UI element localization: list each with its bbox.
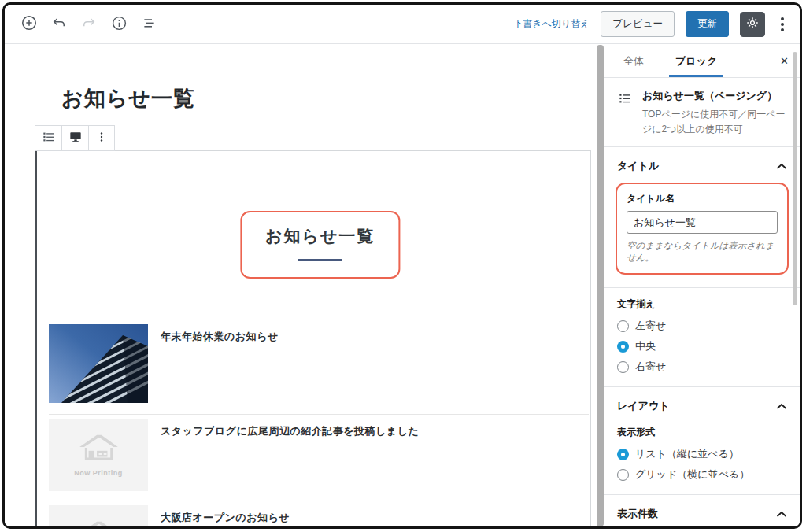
news-item[interactable]: Now Printing スタッフブログに広尾周辺の紹介記事を投稿しました	[49, 419, 589, 491]
ellipsis-v-icon	[94, 130, 109, 146]
ellipsis-v-icon	[781, 17, 784, 20]
news-item[interactable]: Now Printing 大阪店オープンのお知らせ	[49, 505, 589, 529]
radio-circle-checked	[617, 449, 629, 460]
radio-align-left[interactable]: 左寄せ	[617, 319, 787, 333]
sidebar-scrollbar[interactable]	[793, 52, 797, 305]
topbar-tools	[5, 13, 161, 36]
details-button[interactable]	[107, 13, 131, 36]
house-icon	[76, 433, 121, 464]
sidebar-tabs: 全体 ブロック ✕	[604, 45, 800, 78]
block-options-button[interactable]	[88, 125, 115, 151]
preview-button[interactable]: プレビュー	[601, 11, 675, 37]
monitor-icon	[68, 129, 83, 147]
topbar-actions: 下書きへ切り替え プレビュー 更新	[513, 11, 800, 37]
panel-layout-header[interactable]: レイアウト	[617, 397, 787, 421]
more-menu-button[interactable]	[776, 14, 789, 35]
list-view-button[interactable]	[137, 13, 161, 36]
item-divider	[49, 501, 589, 501]
block-card: お知らせ一覧（ページング） TOPページに使用不可／同一ページに2つ以上の使用不…	[604, 78, 800, 147]
radio-circle	[617, 320, 629, 332]
title-name-label: タイトル名	[627, 192, 778, 205]
block-inserter-button[interactable]	[17, 13, 41, 36]
editor-scrollbar[interactable]	[597, 45, 604, 526]
annotation-title-highlight: お知らせ一覧	[240, 211, 400, 279]
panel-count-header[interactable]: 表示件数	[617, 504, 787, 529]
undo-icon	[51, 15, 67, 33]
settings-button[interactable]	[740, 12, 765, 37]
title-underline	[298, 259, 342, 261]
item-divider	[49, 414, 589, 415]
panel-title: タイトル タイトル名 空のままならタイトルは表示されません。	[604, 147, 800, 288]
list-view-icon	[141, 15, 157, 34]
news-list-block[interactable]: お知らせ一覧	[35, 150, 591, 529]
chevron-up-icon	[776, 403, 787, 410]
text-align-label: 文字揃え	[617, 297, 787, 311]
tab-block[interactable]: ブロック	[663, 45, 730, 77]
block-type-button[interactable]	[35, 125, 61, 151]
undo-button[interactable]	[47, 13, 71, 36]
chevron-up-icon	[776, 511, 787, 518]
list-block-icon	[617, 91, 633, 136]
radio-circle	[617, 361, 629, 373]
placeholder-text: Now Printing	[74, 469, 123, 477]
tab-general[interactable]: 全体	[611, 45, 656, 77]
news-item-title: 年末年始休業のお知らせ	[161, 324, 279, 403]
display-format-label: 表示形式	[617, 426, 787, 439]
annotation-field-highlight: タイトル名 空のままならタイトルは表示されません。	[616, 183, 789, 275]
radio-layout-grid[interactable]: グリッド（横に並べる）	[617, 467, 787, 482]
block-card-title: お知らせ一覧（ページング）	[642, 89, 787, 103]
screenshot-frame: 下書きへ切り替え プレビュー 更新	[2, 2, 802, 529]
switch-to-draft-link[interactable]: 下書きへ切り替え	[513, 17, 590, 31]
news-thumbnail-placeholder: Now Printing	[49, 505, 148, 529]
house-icon	[76, 519, 121, 529]
news-item-title: 大阪店オープンのお知らせ	[161, 505, 290, 529]
news-item[interactable]: 年末年始休業のお知らせ	[49, 324, 589, 403]
gear-icon	[745, 16, 760, 32]
display-toggle-button[interactable]	[61, 125, 88, 151]
news-item-title: スタッフブログに広尾周辺の紹介記事を投稿しました	[161, 419, 419, 491]
post-title[interactable]: お知らせ一覧	[61, 84, 195, 113]
radio-circle	[617, 469, 629, 481]
block-display-title: お知らせ一覧	[265, 225, 375, 247]
redo-icon	[81, 15, 97, 33]
panel-display-count: 表示件数 表示件数 最大50	[604, 495, 800, 529]
editor-canvas: お知らせ一覧 お知らせ一覧	[5, 45, 603, 526]
settings-sidebar: 全体 ブロック ✕ お知らせ一覧（ページング） TOPページに使用不可／同一ペー…	[604, 45, 800, 526]
update-button[interactable]: 更新	[686, 11, 729, 37]
radio-align-right[interactable]: 右寄せ	[617, 360, 787, 374]
editor-topbar: 下書きへ切り替え プレビュー 更新	[5, 5, 800, 44]
chevron-up-icon	[776, 163, 787, 170]
panel-title-header[interactable]: タイトル	[617, 157, 787, 181]
block-card-description: TOPページに使用不可／同一ページに2つ以上の使用不可	[642, 107, 787, 136]
block-toolbar	[35, 125, 115, 151]
plus-circle-icon	[20, 14, 38, 34]
title-helper-text: 空のままならタイトルは表示されません。	[627, 240, 778, 264]
title-name-input[interactable]	[627, 211, 778, 234]
info-icon	[111, 15, 128, 34]
panel-text-align: 文字揃え 左寄せ 中央 右寄せ	[604, 288, 800, 387]
panel-layout: レイアウト 表示形式 リスト（縦に並べる） グリッド（横に並べる）	[604, 387, 800, 495]
news-thumbnail-photo	[49, 324, 148, 403]
radio-align-center[interactable]: 中央	[617, 339, 787, 353]
radio-layout-list[interactable]: リスト（縦に並べる）	[617, 447, 787, 461]
list-block-icon	[41, 129, 57, 147]
radio-circle-checked	[617, 341, 629, 353]
news-thumbnail-placeholder: Now Printing	[49, 419, 148, 491]
redo-button[interactable]	[77, 13, 101, 36]
